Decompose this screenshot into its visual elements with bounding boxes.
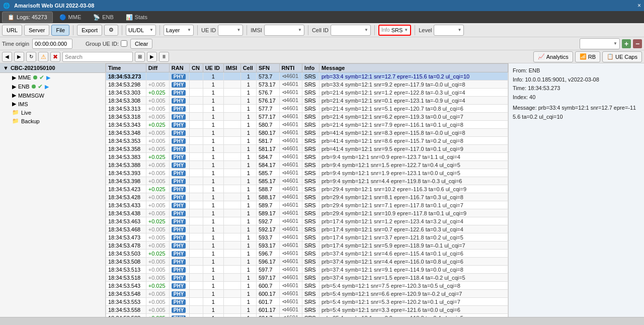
- table-row[interactable]: 18:34:53.548+0.005PHY11600.17⊲4601SRSprb…: [106, 290, 508, 298]
- ueid-dropdown[interactable]: ▼: [218, 25, 243, 36]
- col-ueid[interactable]: UE ID: [203, 64, 223, 72]
- table-cell: 1: [240, 282, 256, 290]
- table-row[interactable]: 18:34:53.313+0.005PHY11577.7⊲4601SRSprb=…: [106, 105, 508, 113]
- col-imsi[interactable]: IMSI: [223, 64, 240, 72]
- sidebar-root[interactable]: ▼ CBC-2021050100: [0, 63, 105, 73]
- col-rnti[interactable]: RNTI: [279, 64, 302, 72]
- tab-logs[interactable]: 📋 Logs: 45273: [2, 12, 53, 23]
- group-ue-checkbox[interactable]: [121, 40, 127, 47]
- table-row[interactable]: 18:34:53.558+0.005PHY11601.17⊲4601SRSprb…: [106, 306, 508, 314]
- tab-enb[interactable]: 📡 ENB: [88, 12, 119, 23]
- table-cell: PHY: [169, 169, 189, 177]
- table-cell: prb=29:4 symb=12:1 snr=10.9 epre=-117.8 …: [319, 209, 508, 217]
- mode-dropdown[interactable]: UL/DL ▼: [126, 25, 156, 36]
- table-row[interactable]: 18:34:53.388+0.005PHY11584.17⊲4601SRSprb…: [106, 161, 508, 169]
- tab-mme[interactable]: 🔵 MME: [54, 12, 87, 23]
- table-row[interactable]: 18:34:53.348+0.005PHY11580.17⊲4601SRSprb…: [106, 129, 508, 137]
- table-cell: 1: [240, 177, 256, 185]
- table-row[interactable]: 18:34:53.468+0.005PHY11592.17⊲4601SRSprb…: [106, 225, 508, 233]
- table-row[interactable]: 18:34:53.393+0.005PHY11585.7⊲4601SRSprb=…: [106, 169, 508, 177]
- extra-button[interactable]: ⚙: [104, 25, 118, 36]
- time-origin-input[interactable]: [32, 39, 72, 49]
- add-filter-button[interactable]: +: [622, 39, 631, 48]
- table-row[interactable]: 18:34:53.503+0.025PHY11596.7⊲4601SRSprb=…: [106, 250, 508, 258]
- cellid-dropdown[interactable]: ▼: [331, 25, 371, 36]
- table-row[interactable]: 18:34:53.383+0.025PHY11584.7⊲4601SRSprb=…: [106, 153, 508, 161]
- export-button[interactable]: Export: [77, 25, 102, 36]
- col-diff[interactable]: Diff: [146, 64, 169, 72]
- analytics-button[interactable]: 📈 Analytics: [533, 51, 573, 62]
- table-cell: [190, 89, 203, 97]
- forward-button[interactable]: ▶: [14, 52, 24, 62]
- server-button[interactable]: Server: [24, 25, 49, 36]
- col-message[interactable]: Message: [319, 64, 508, 72]
- rb-button[interactable]: 📶 RB: [575, 51, 600, 62]
- table-row[interactable]: 18:34:53.428+0.005PHY11588.17⊲4601SRSprb…: [106, 193, 508, 201]
- close-button[interactable]: ×: [637, 2, 641, 9]
- level-dropdown[interactable]: ▼: [434, 25, 464, 36]
- table-cell: prb=17:4 symb=12:1 snr=0.7 epre=-122.6 t…: [319, 225, 508, 233]
- clear-button[interactable]: Clear: [130, 39, 152, 49]
- refresh-button[interactable]: ↻: [26, 52, 36, 62]
- play-button[interactable]: ▶: [147, 52, 157, 62]
- search-input[interactable]: [62, 52, 133, 62]
- table-row[interactable]: 18:34:53.553+0.005PHY11601.7⊲4601SRSprb=…: [106, 298, 508, 306]
- table-row[interactable]: 18:34:53.463+0.025PHY11592.7⊲4601SRSprb=…: [106, 217, 508, 225]
- table-row[interactable]: 18:34:53.438+0.005PHY11589.17⊲4601SRSprb…: [106, 209, 508, 217]
- sidebar-item-mme[interactable]: ▶ MME ✔ ▶: [4, 73, 105, 82]
- table-row[interactable]: 18:34:53.508+0.005PHY11596.17⊲4601SRSprb…: [106, 258, 508, 266]
- table-cell: SRS: [302, 201, 319, 209]
- table-row[interactable]: 18:34:53.423+0.025PHY11588.7⊲4601SRSprb=…: [106, 185, 508, 193]
- table-row[interactable]: 18:34:53.298+0.005PHY11573.17⊲4601SRSprb…: [106, 80, 508, 89]
- table-cell: [190, 129, 203, 137]
- table-cell: PHY: [169, 266, 189, 274]
- table-row[interactable]: 18:34:53.308+0.005PHY11576.17⊲4601SRSprb…: [106, 97, 508, 105]
- table-cell: 588.7: [256, 185, 279, 193]
- col-ran[interactable]: RAN: [169, 64, 189, 72]
- table-scroll[interactable]: Time Diff RAN CN UE ID IMSI Cell SFN RNT…: [106, 63, 508, 317]
- error-button[interactable]: ✖: [50, 52, 60, 62]
- table-cell: 18:34:53.553: [106, 298, 146, 306]
- table-row[interactable]: 18:34:53.303+0.025PHY11576.7⊲4601SRSprb=…: [106, 89, 508, 97]
- table-row[interactable]: 18:34:53.343+0.025PHY11580.7⊲4601SRSprb=…: [106, 121, 508, 129]
- table-row[interactable]: 18:34:53.518+0.005PHY11597.17⊲4601SRSprb…: [106, 274, 508, 282]
- back-button[interactable]: ◀: [2, 52, 12, 62]
- sidebar-item-enb[interactable]: ▶ ENB ✔ ▶: [4, 82, 105, 91]
- table-cell: [190, 201, 203, 209]
- sidebar-item-mbmsgw[interactable]: ▶ MBMSGW: [4, 91, 105, 100]
- col-time[interactable]: Time: [106, 64, 146, 72]
- table-cell: ⊲4601: [279, 121, 302, 129]
- url-button[interactable]: URL: [2, 25, 22, 36]
- table-cell: +0.025: [146, 217, 169, 225]
- col-sfn[interactable]: SFN: [256, 64, 279, 72]
- ue-caps-button[interactable]: 📋 UE Caps: [602, 51, 642, 62]
- table-cell: 1: [203, 201, 223, 209]
- table-cell: ⊲4601: [279, 72, 302, 80]
- table-row[interactable]: 18:34:53.318+0.005PHY11577.17⊲4601SRSprb…: [106, 113, 508, 121]
- table-row[interactable]: 18:34:53.513+0.005PHY11597.7⊲4601SRSprb=…: [106, 266, 508, 274]
- search-grid-button[interactable]: ⊞: [135, 52, 145, 62]
- table-row[interactable]: 18:34:53.543+0.025PHY11600.7⊲4601SRSprb=…: [106, 282, 508, 290]
- imsi-dropdown[interactable]: ▼: [264, 25, 304, 36]
- table-row[interactable]: 18:34:53.433+0.005PHY11589.7⊲4601SRSprb=…: [106, 201, 508, 209]
- table-row[interactable]: 18:34:53.353+0.005PHY11581.7⊲4601SRSprb=…: [106, 137, 508, 145]
- col-cn[interactable]: CN: [190, 64, 203, 72]
- sidebar-item-ims[interactable]: ▶ IMS: [4, 100, 105, 108]
- tab-stats[interactable]: 📊 Stats: [120, 12, 153, 23]
- table-row[interactable]: 18:34:53.273PHY11573.7⊲4601SRSprb=33:4 s…: [106, 72, 508, 80]
- sidebar-item-live[interactable]: 📁 Live: [4, 108, 105, 117]
- table-row[interactable]: 18:34:53.358+0.005PHY11581.17⊲4601SRSprb…: [106, 145, 508, 153]
- warn-button[interactable]: ⚠: [38, 52, 48, 62]
- file-button[interactable]: File: [51, 25, 69, 36]
- col-info[interactable]: Info: [302, 64, 319, 72]
- remove-filter-button[interactable]: −: [633, 39, 642, 48]
- layer-dropdown[interactable]: Layer ▼: [164, 25, 194, 36]
- table-row[interactable]: 18:34:53.398+0.005PHY11585.17⊲4601SRSprb…: [106, 177, 508, 185]
- table-row[interactable]: 18:34:53.478+0.005PHY11593.17⊲4601SRSprb…: [106, 241, 508, 250]
- filter-dropdown-right[interactable]: ▼: [580, 38, 620, 49]
- sidebar-item-backup[interactable]: 📁 Backup: [4, 117, 105, 125]
- table-row[interactable]: 18:34:53.473+0.005PHY11593.7⊲4601SRSprb=…: [106, 233, 508, 241]
- col-cell[interactable]: Cell: [240, 64, 256, 72]
- info-srs-dropdown[interactable]: Info SRS ▼: [378, 25, 411, 36]
- pause-button[interactable]: ⏸: [159, 52, 169, 62]
